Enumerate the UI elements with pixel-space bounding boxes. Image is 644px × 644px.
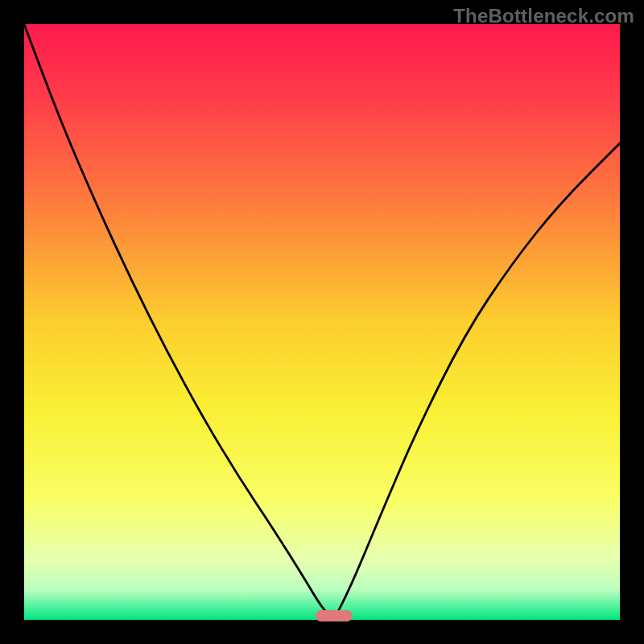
chart-canvas: TheBottleneck.com bbox=[0, 0, 644, 644]
watermark-text: TheBottleneck.com bbox=[453, 5, 634, 27]
trough-marker bbox=[316, 610, 353, 621]
plot-background bbox=[24, 24, 620, 620]
bottleneck-plot bbox=[0, 0, 644, 644]
